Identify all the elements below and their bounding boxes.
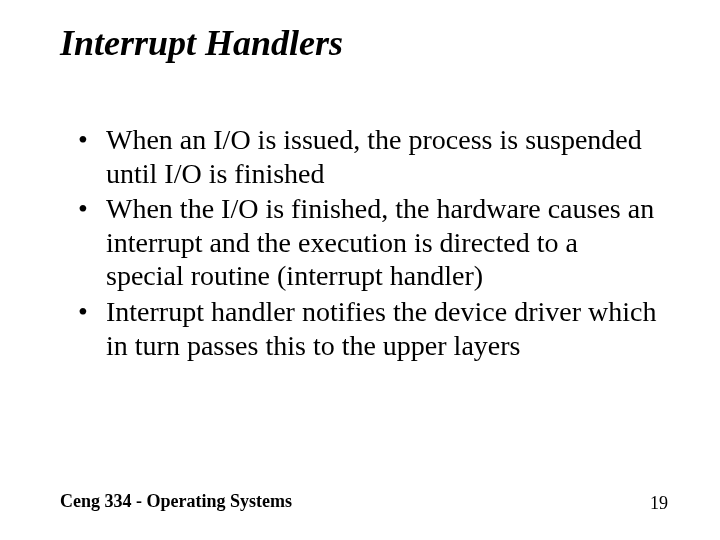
page-number: 19 [650,493,668,514]
bullet-marker: • [78,192,106,293]
bullet-text: Interrupt handler notifies the device dr… [106,295,660,362]
slide-title: Interrupt Handlers [60,22,343,64]
slide-content: • When an I/O is issued, the process is … [78,123,660,364]
list-item: • When the I/O is finished, the hardware… [78,192,660,293]
list-item: • Interrupt handler notifies the device … [78,295,660,362]
bullet-marker: • [78,295,106,362]
bullet-text: When an I/O is issued, the process is su… [106,123,660,190]
bullet-marker: • [78,123,106,190]
list-item: • When an I/O is issued, the process is … [78,123,660,190]
bullet-text: When the I/O is finished, the hardware c… [106,192,660,293]
footer-course: Ceng 334 - Operating Systems [60,491,292,512]
